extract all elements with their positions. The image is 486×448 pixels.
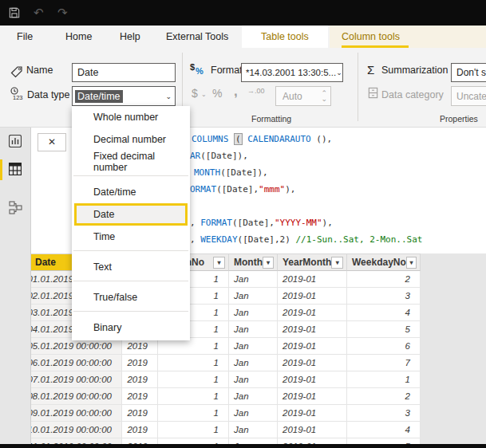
model-view-icon[interactable]	[9, 201, 22, 214]
data-category-label: Data category	[381, 89, 444, 100]
table-header-yearmonth[interactable]: YearMonth▾	[278, 253, 347, 271]
chevron-down-icon: ⌄	[165, 92, 175, 100]
decimal-places-spinner[interactable]: Auto ⌃⌄	[275, 86, 331, 106]
menu-item-true-false[interactable]: True/false	[72, 286, 190, 308]
summarization-value: Don't su	[456, 67, 486, 78]
redo-icon[interactable]: ↷	[57, 6, 68, 19]
table-cell: Jan	[229, 288, 278, 305]
table-cell: Jan	[229, 388, 278, 405]
tab-file[interactable]: File	[17, 26, 33, 48]
svg-text:123: 123	[13, 94, 23, 101]
code-segment: "YYYY-MM"	[275, 218, 322, 228]
table-cell: 2019-01	[278, 388, 347, 405]
table-cell: 7	[347, 355, 421, 371]
table-row: 07.01.2019 00:00:0020191Jan2019-011	[30, 371, 421, 388]
dropdown-chevron-icon[interactable]: ⌄	[201, 91, 207, 98]
save-icon[interactable]	[9, 7, 20, 18]
menu-item-text[interactable]: Text	[72, 256, 190, 278]
code-segment: ORMAT	[190, 184, 216, 195]
column-filter-button[interactable]: ▾	[213, 257, 225, 269]
data-category-dropdown[interactable]: Uncateg	[451, 86, 486, 106]
sidebar-divider	[30, 128, 31, 444]
tab-help[interactable]: Help	[120, 26, 140, 48]
data-category-icon	[367, 87, 379, 99]
table-cell: Jan	[229, 371, 278, 388]
column-label: WeekdayNo	[352, 257, 406, 268]
menu-item-fixed-decimal-number[interactable]: Fixed decimal number	[72, 151, 190, 173]
column-filter-button[interactable]: ▾	[406, 257, 417, 269]
menu-item-date-time[interactable]: Date/time	[72, 181, 190, 203]
code-comment: //1-Sun..Sat, 2-Mon..Sat	[295, 234, 422, 245]
formula-cancel-button[interactable]: ✕	[38, 133, 66, 151]
code-segment: ([Date]),	[220, 167, 268, 178]
menu-item-binary[interactable]: Binary	[72, 316, 190, 339]
group-divider	[358, 53, 358, 121]
table-cell: 10.01.2019 00:00:00	[30, 422, 122, 438]
powerbi-window: ↶ ↷ File Home Help External Tools Table …	[0, 0, 486, 448]
format-label: Format	[211, 65, 243, 76]
name-label: Name	[26, 65, 53, 76]
tab-home[interactable]: Home	[65, 26, 92, 48]
report-view-icon[interactable]	[9, 135, 22, 147]
code-segment: WEEKDAY	[200, 234, 237, 245]
table-cell: Jan	[229, 321, 278, 338]
datatype-icon: 123	[10, 87, 24, 101]
table-cell: Jan	[229, 338, 278, 355]
table-cell: 2019	[122, 422, 158, 438]
format-dropdown[interactable]: *14.03.2001 13:30:5... ⌄	[241, 63, 343, 82]
table-header-weekdayno[interactable]: WeekdayNo▾	[347, 253, 421, 271]
formula-line: MONTH([Date]),	[194, 164, 268, 181]
table-cell: 1	[158, 388, 229, 405]
column-name-input[interactable]: Date	[72, 63, 176, 82]
code-segment: COLUMNS	[192, 134, 234, 144]
table-cell: 2019	[122, 405, 158, 422]
undo-icon[interactable]: ↶	[34, 6, 44, 19]
column-filter-button[interactable]: ▾	[263, 257, 274, 269]
formula-line: , WEEKDAY([Date],2) //1-Sun..Sat, 2-Mon.…	[190, 231, 422, 248]
datatype-dropdown[interactable]: Date/time ⌄	[72, 86, 176, 106]
summarization-sigma-icon: Σ	[367, 63, 374, 77]
menu-item-decimal-number[interactable]: Decimal number	[72, 128, 190, 151]
spinner-arrows-icon[interactable]: ⌃⌄	[321, 91, 330, 102]
table-cell: 06.01.2019 00:00:00	[30, 355, 122, 371]
table-row: 08.01.2019 00:00:0020191Jan2019-012	[30, 388, 421, 405]
code-segment: ,	[190, 218, 200, 228]
column-name-value: Date	[77, 67, 98, 78]
table-cell: 1	[158, 355, 229, 371]
code-segment: ),	[285, 184, 295, 195]
summarization-dropdown[interactable]: Don't su	[451, 63, 486, 82]
table-row: 05.01.2019 00:00:0020191Jan2019-016	[30, 338, 421, 355]
column-label: Date	[35, 257, 56, 268]
menu-item-time[interactable]: Time	[72, 226, 190, 248]
table-header-month[interactable]: Month▾	[229, 253, 278, 271]
dollar-icon[interactable]: $	[192, 87, 198, 100]
table-cell: 2019-01	[278, 371, 347, 388]
tab-column-tools[interactable]: Column tools	[342, 26, 400, 48]
thousands-separator-icon[interactable]: ,	[234, 84, 238, 100]
percent-icon[interactable]: %	[212, 87, 222, 100]
table-row: 06.01.2019 00:00:0020191Jan2019-017	[30, 355, 421, 371]
column-label: Month	[234, 257, 263, 268]
table-cell: 1	[158, 422, 229, 438]
table-cell: 2019-01	[278, 405, 347, 422]
table-cell: 2019	[122, 338, 158, 355]
canvas-background	[421, 253, 486, 444]
table-cell: Jan	[229, 422, 278, 438]
decimal-places-icon[interactable]: →.00	[247, 87, 265, 95]
code-segment: MONTH	[194, 167, 220, 178]
tab-table-tools[interactable]: Table tools	[261, 26, 309, 48]
tab-external-tools[interactable]: External Tools	[166, 26, 228, 48]
column-filter-button[interactable]: ▾	[331, 257, 343, 269]
bottom-bar	[0, 444, 486, 448]
formula-line: AR([Date]),	[190, 147, 248, 164]
table-cell: Jan	[229, 271, 278, 288]
data-view-icon[interactable]	[9, 163, 22, 175]
table-cell: 5	[347, 321, 421, 338]
formula-line: ORMAT([Date],"mmm"),	[190, 181, 295, 198]
formatting-group-label: Formatting	[251, 114, 291, 124]
menu-item-date[interactable]: Date	[74, 203, 188, 226]
menu-item-whole-number[interactable]: Whole number	[72, 106, 190, 128]
format-value: *14.03.2001 13:30:5...	[246, 68, 336, 77]
table-row: 09.01.2019 00:00:0020191Jan2019-013	[30, 405, 421, 422]
title-bar: ↶ ↷	[0, 0, 486, 26]
